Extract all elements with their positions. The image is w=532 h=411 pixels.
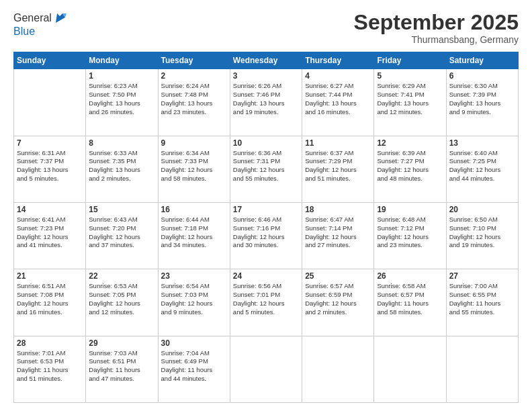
calendar-cell: 10Sunrise: 6:36 AM Sunset: 7:31 PM Dayli… bbox=[230, 136, 302, 202]
day-number: 19 bbox=[377, 205, 443, 214]
calendar-cell bbox=[14, 69, 86, 136]
calendar-cell: 15Sunrise: 6:43 AM Sunset: 7:20 PM Dayli… bbox=[86, 202, 158, 269]
day-number: 25 bbox=[305, 271, 371, 281]
subtitle: Thurmansbang, Germany bbox=[354, 34, 519, 45]
day-number: 4 bbox=[305, 71, 371, 81]
day-detail: Sunrise: 6:51 AM Sunset: 7:08 PM Dayligh… bbox=[17, 282, 83, 316]
day-detail: Sunrise: 6:27 AM Sunset: 7:44 PM Dayligh… bbox=[305, 82, 371, 116]
day-number: 8 bbox=[89, 138, 154, 148]
calendar-cell: 23Sunrise: 6:54 AM Sunset: 7:03 PM Dayli… bbox=[158, 269, 230, 336]
day-detail: Sunrise: 6:30 AM Sunset: 7:39 PM Dayligh… bbox=[449, 82, 515, 116]
day-detail: Sunrise: 7:04 AM Sunset: 6:49 PM Dayligh… bbox=[161, 349, 227, 383]
day-detail: Sunrise: 6:48 AM Sunset: 7:12 PM Dayligh… bbox=[377, 216, 443, 250]
day-number: 15 bbox=[89, 205, 154, 214]
day-detail: Sunrise: 6:47 AM Sunset: 7:14 PM Dayligh… bbox=[305, 216, 371, 250]
calendar-cell: 3Sunrise: 6:26 AM Sunset: 7:46 PM Daylig… bbox=[230, 69, 302, 136]
col-thursday: Thursday bbox=[302, 52, 374, 69]
calendar-cell: 8Sunrise: 6:33 AM Sunset: 7:35 PM Daylig… bbox=[86, 136, 158, 202]
header: General Blue September 2025 Thurmansbang… bbox=[13, 11, 519, 45]
day-number: 18 bbox=[305, 205, 371, 214]
calendar-cell bbox=[302, 336, 374, 402]
calendar-cell: 4Sunrise: 6:27 AM Sunset: 7:44 PM Daylig… bbox=[302, 69, 374, 136]
calendar-cell: 20Sunrise: 6:50 AM Sunset: 7:10 PM Dayli… bbox=[446, 202, 518, 269]
calendar-cell: 17Sunrise: 6:46 AM Sunset: 7:16 PM Dayli… bbox=[230, 202, 302, 269]
day-number: 10 bbox=[233, 138, 299, 148]
day-detail: Sunrise: 7:01 AM Sunset: 6:53 PM Dayligh… bbox=[17, 349, 83, 383]
calendar-cell: 14Sunrise: 6:41 AM Sunset: 7:23 PM Dayli… bbox=[14, 202, 86, 269]
day-number: 27 bbox=[449, 271, 515, 281]
day-detail: Sunrise: 6:26 AM Sunset: 7:46 PM Dayligh… bbox=[233, 82, 299, 116]
logo: General Blue bbox=[13, 11, 68, 38]
calendar-cell: 12Sunrise: 6:39 AM Sunset: 7:27 PM Dayli… bbox=[374, 136, 446, 202]
calendar-cell: 29Sunrise: 7:03 AM Sunset: 6:51 PM Dayli… bbox=[86, 336, 158, 402]
calendar-cell: 1Sunrise: 6:23 AM Sunset: 7:50 PM Daylig… bbox=[86, 69, 158, 136]
day-number: 12 bbox=[377, 138, 443, 148]
day-detail: Sunrise: 6:41 AM Sunset: 7:23 PM Dayligh… bbox=[17, 216, 83, 250]
day-detail: Sunrise: 6:33 AM Sunset: 7:35 PM Dayligh… bbox=[89, 149, 154, 183]
day-detail: Sunrise: 6:46 AM Sunset: 7:16 PM Dayligh… bbox=[233, 216, 299, 250]
col-monday: Monday bbox=[86, 52, 158, 69]
logo-icon bbox=[53, 11, 68, 26]
calendar-cell: 24Sunrise: 6:56 AM Sunset: 7:01 PM Dayli… bbox=[230, 269, 302, 336]
week-row-3: 14Sunrise: 6:41 AM Sunset: 7:23 PM Dayli… bbox=[14, 202, 519, 269]
day-number: 11 bbox=[305, 138, 371, 148]
day-number: 9 bbox=[161, 138, 227, 148]
day-detail: Sunrise: 7:03 AM Sunset: 6:51 PM Dayligh… bbox=[89, 349, 154, 383]
day-detail: Sunrise: 6:58 AM Sunset: 6:57 PM Dayligh… bbox=[377, 282, 443, 316]
calendar-cell: 19Sunrise: 6:48 AM Sunset: 7:12 PM Dayli… bbox=[374, 202, 446, 269]
day-number: 16 bbox=[161, 205, 227, 214]
day-number: 17 bbox=[233, 205, 299, 214]
header-row: Sunday Monday Tuesday Wednesday Thursday… bbox=[14, 52, 519, 69]
calendar-cell: 26Sunrise: 6:58 AM Sunset: 6:57 PM Dayli… bbox=[374, 269, 446, 336]
calendar-cell: 2Sunrise: 6:24 AM Sunset: 7:48 PM Daylig… bbox=[158, 69, 230, 136]
day-number: 14 bbox=[17, 205, 83, 214]
calendar-cell: 27Sunrise: 7:00 AM Sunset: 6:55 PM Dayli… bbox=[446, 269, 518, 336]
calendar-cell: 5Sunrise: 6:29 AM Sunset: 7:41 PM Daylig… bbox=[374, 69, 446, 136]
day-number: 26 bbox=[377, 271, 443, 281]
day-detail: Sunrise: 6:50 AM Sunset: 7:10 PM Dayligh… bbox=[449, 216, 515, 250]
calendar-cell: 30Sunrise: 7:04 AM Sunset: 6:49 PM Dayli… bbox=[158, 336, 230, 402]
col-sunday: Sunday bbox=[14, 52, 86, 69]
day-number: 30 bbox=[161, 338, 227, 348]
calendar-cell: 11Sunrise: 6:37 AM Sunset: 7:29 PM Dayli… bbox=[302, 136, 374, 202]
day-number: 1 bbox=[89, 71, 154, 81]
calendar-cell: 13Sunrise: 6:40 AM Sunset: 7:25 PM Dayli… bbox=[446, 136, 518, 202]
week-row-1: 1Sunrise: 6:23 AM Sunset: 7:50 PM Daylig… bbox=[14, 69, 519, 136]
day-number: 24 bbox=[233, 271, 299, 281]
calendar-cell: 16Sunrise: 6:44 AM Sunset: 7:18 PM Dayli… bbox=[158, 202, 230, 269]
day-detail: Sunrise: 6:24 AM Sunset: 7:48 PM Dayligh… bbox=[161, 82, 227, 116]
logo-general-text: General bbox=[13, 12, 52, 24]
calendar-cell: 25Sunrise: 6:57 AM Sunset: 6:59 PM Dayli… bbox=[302, 269, 374, 336]
day-detail: Sunrise: 6:39 AM Sunset: 7:27 PM Dayligh… bbox=[377, 149, 443, 183]
day-detail: Sunrise: 6:29 AM Sunset: 7:41 PM Dayligh… bbox=[377, 82, 443, 116]
day-detail: Sunrise: 6:34 AM Sunset: 7:33 PM Dayligh… bbox=[161, 149, 227, 183]
day-detail: Sunrise: 6:53 AM Sunset: 7:05 PM Dayligh… bbox=[89, 282, 154, 316]
calendar-cell: 22Sunrise: 6:53 AM Sunset: 7:05 PM Dayli… bbox=[86, 269, 158, 336]
logo-blue-text: Blue bbox=[13, 26, 68, 38]
day-number: 3 bbox=[233, 71, 299, 81]
day-number: 2 bbox=[161, 71, 227, 81]
col-wednesday: Wednesday bbox=[230, 52, 302, 69]
week-row-2: 7Sunrise: 6:31 AM Sunset: 7:37 PM Daylig… bbox=[14, 136, 519, 202]
day-number: 6 bbox=[449, 71, 515, 81]
day-detail: Sunrise: 6:54 AM Sunset: 7:03 PM Dayligh… bbox=[161, 282, 227, 316]
month-title: September 2025 bbox=[354, 11, 519, 34]
page: General Blue September 2025 Thurmansbang… bbox=[0, 0, 532, 411]
col-saturday: Saturday bbox=[446, 52, 518, 69]
day-number: 20 bbox=[449, 205, 515, 214]
day-number: 21 bbox=[17, 271, 83, 281]
calendar-cell: 21Sunrise: 6:51 AM Sunset: 7:08 PM Dayli… bbox=[14, 269, 86, 336]
day-number: 28 bbox=[17, 338, 83, 348]
calendar-cell: 18Sunrise: 6:47 AM Sunset: 7:14 PM Dayli… bbox=[302, 202, 374, 269]
day-detail: Sunrise: 6:37 AM Sunset: 7:29 PM Dayligh… bbox=[305, 149, 371, 183]
week-row-5: 28Sunrise: 7:01 AM Sunset: 6:53 PM Dayli… bbox=[14, 336, 519, 402]
calendar-cell: 6Sunrise: 6:30 AM Sunset: 7:39 PM Daylig… bbox=[446, 69, 518, 136]
calendar-cell: 28Sunrise: 7:01 AM Sunset: 6:53 PM Dayli… bbox=[14, 336, 86, 402]
day-number: 23 bbox=[161, 271, 227, 281]
week-row-4: 21Sunrise: 6:51 AM Sunset: 7:08 PM Dayli… bbox=[14, 269, 519, 336]
calendar-table: Sunday Monday Tuesday Wednesday Thursday… bbox=[13, 52, 519, 403]
calendar-cell: 7Sunrise: 6:31 AM Sunset: 7:37 PM Daylig… bbox=[14, 136, 86, 202]
calendar-cell bbox=[230, 336, 302, 402]
day-detail: Sunrise: 6:40 AM Sunset: 7:25 PM Dayligh… bbox=[449, 149, 515, 183]
col-tuesday: Tuesday bbox=[158, 52, 230, 69]
